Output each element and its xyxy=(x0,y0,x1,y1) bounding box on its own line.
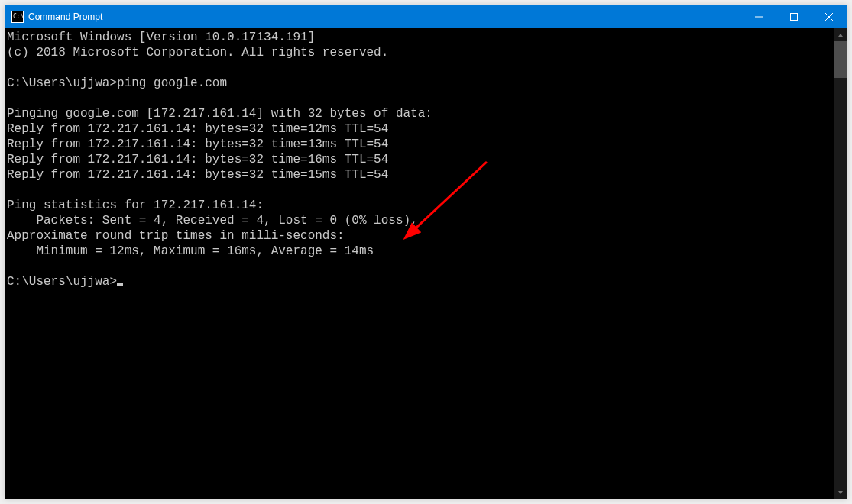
terminal-output[interactable]: Microsoft Windows [Version 10.0.17134.19… xyxy=(5,28,834,499)
terminal-line: C:\Users\ujjwa>ping google.com xyxy=(7,76,227,90)
terminal-line: Reply from 172.217.161.14: bytes=32 time… xyxy=(7,153,388,166)
terminal-line: (c) 2018 Microsoft Corporation. All righ… xyxy=(7,46,388,60)
minimize-icon xyxy=(755,13,763,21)
scrollbar-track[interactable] xyxy=(834,41,847,486)
scroll-up-button[interactable] xyxy=(834,28,847,41)
chevron-up-icon xyxy=(837,32,844,38)
chevron-down-icon xyxy=(837,489,844,496)
close-button[interactable] xyxy=(812,5,847,28)
terminal-line: Packets: Sent = 4, Received = 4, Lost = … xyxy=(7,214,418,228)
maximize-icon xyxy=(790,13,798,21)
terminal-line: Reply from 172.217.161.14: bytes=32 time… xyxy=(7,137,388,151)
terminal-line: Ping statistics for 172.217.161.14: xyxy=(7,199,264,212)
svg-marker-5 xyxy=(838,491,843,494)
terminal-line: Pinging google.com [172.217.161.14] with… xyxy=(7,107,432,121)
svg-marker-4 xyxy=(838,34,843,37)
minimize-button[interactable] xyxy=(741,5,776,28)
scroll-down-button[interactable] xyxy=(834,486,847,499)
terminal-line: Reply from 172.217.161.14: bytes=32 time… xyxy=(7,168,388,182)
svg-rect-0 xyxy=(755,17,763,18)
client-area: Microsoft Windows [Version 10.0.17134.19… xyxy=(5,28,847,499)
titlebar[interactable]: C:\. Command Prompt xyxy=(5,5,847,28)
window-title: Command Prompt xyxy=(28,11,741,22)
vertical-scrollbar[interactable] xyxy=(834,28,847,499)
command-prompt-window: C:\. Command Prompt Microsoft Windows [V… xyxy=(5,5,847,499)
maximize-button[interactable] xyxy=(776,5,812,28)
close-icon xyxy=(825,13,833,21)
terminal-line: C:\Users\ujjwa> xyxy=(7,275,117,289)
window-controls xyxy=(741,5,847,28)
terminal-line: Minimum = 12ms, Maximum = 16ms, Average … xyxy=(7,244,374,258)
terminal-line: Approximate round trip times in milli-se… xyxy=(7,229,345,243)
terminal-line: Reply from 172.217.161.14: bytes=32 time… xyxy=(7,122,388,136)
cmd-icon: C:\. xyxy=(11,11,24,23)
text-cursor xyxy=(117,283,123,286)
scrollbar-thumb[interactable] xyxy=(834,41,847,78)
terminal-line: Microsoft Windows [Version 10.0.17134.19… xyxy=(7,31,315,44)
svg-rect-1 xyxy=(791,14,798,21)
